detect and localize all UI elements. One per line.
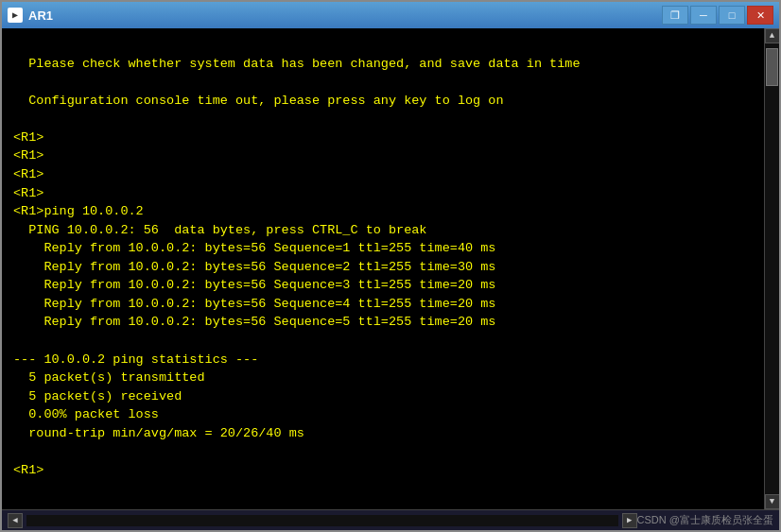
terminal-output[interactable]: Please check whether system data has bee… (2, 28, 764, 509)
title-bar-left: ▶ AR1 (8, 8, 53, 23)
scroll-up-button[interactable]: ▲ (765, 28, 780, 43)
close-button[interactable]: ✕ (747, 6, 773, 25)
restore-button[interactable]: ❐ (662, 6, 688, 25)
scroll-thumb-vertical[interactable] (766, 48, 778, 86)
bottom-right: CSDN @富士康质检员张全蛋 (637, 513, 773, 527)
window-title: AR1 (28, 9, 53, 23)
main-window: ▶ AR1 ❐ ─ □ ✕ Please check whether syste… (0, 0, 781, 532)
scroll-track-vertical[interactable] (765, 43, 779, 494)
vertical-scrollbar: ▲ ▼ (764, 28, 779, 509)
maximize-button[interactable]: □ (719, 6, 745, 25)
bottom-bar: ◀ ▶ CSDN @富士康质检员张全蛋 (2, 509, 779, 530)
scroll-track-horizontal[interactable] (26, 515, 618, 526)
title-bar: ▶ AR1 ❐ ─ □ ✕ (2, 2, 779, 28)
scroll-right-button[interactable]: ▶ (622, 513, 637, 528)
scroll-down-button[interactable]: ▼ (765, 494, 780, 509)
content-area: Please check whether system data has bee… (2, 28, 779, 509)
title-bar-buttons: ❐ ─ □ ✕ (662, 6, 773, 25)
watermark-text: CSDN @富士康质检员张全蛋 (637, 513, 773, 527)
minimize-button[interactable]: ─ (690, 6, 717, 25)
app-icon: ▶ (8, 8, 23, 23)
scroll-left-button[interactable]: ◀ (8, 513, 23, 528)
app-icon-symbol: ▶ (12, 9, 18, 21)
